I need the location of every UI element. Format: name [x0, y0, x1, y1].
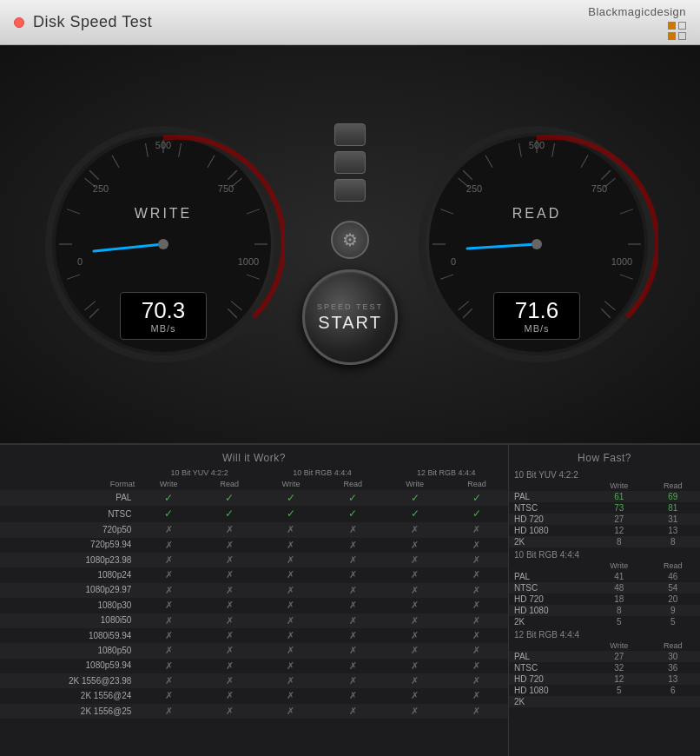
cross-icon: ✗: [411, 585, 419, 595]
wiw-cell: ✗: [199, 613, 261, 628]
wiw-format-name: NTSC: [0, 506, 138, 522]
wiw-cell: ✗: [446, 688, 508, 703]
check-icon: ✓: [411, 492, 419, 504]
wiw-cell: ✗: [321, 628, 384, 643]
wiw-format-name: 1080i59.94: [0, 628, 138, 643]
wiw-cell: ✗: [446, 522, 508, 537]
start-label-line2: START: [318, 313, 382, 333]
cross-icon: ✗: [226, 569, 234, 580]
cross-icon: ✗: [349, 540, 357, 550]
wiw-cell: ✓: [384, 506, 445, 522]
write-value: 70.3: [135, 298, 192, 323]
wiw-cell: ✓: [138, 506, 198, 522]
hf-read-val: 69: [645, 491, 700, 502]
hf-read-val: 13: [645, 673, 700, 685]
wiw-row: 1080p24✗✗✗✗✗✗: [0, 567, 508, 582]
hf-data-row: HD 7202731: [509, 514, 700, 525]
cross-icon: ✗: [287, 645, 294, 655]
wiw-cell: ✗: [199, 628, 261, 643]
brand-sq-3: [668, 32, 676, 40]
read-gauge: 0 250 500 750 1000 READ 71.6 MB/s: [415, 123, 658, 366]
wiw-cell: ✗: [199, 553, 261, 567]
cross-icon: ✗: [165, 645, 173, 655]
cross-icon: ✗: [472, 554, 480, 565]
wiw-cell: ✗: [384, 583, 445, 598]
format-btn-2[interactable]: [334, 151, 366, 174]
hf-data-row: HD 7201213: [509, 673, 700, 685]
hf-format-name: NTSC: [509, 662, 592, 673]
hf-format-name: HD 1080: [509, 525, 592, 536]
wiw-row: 1080p23.98✗✗✗✗✗✗: [0, 553, 508, 567]
cross-icon: ✗: [472, 630, 480, 640]
format-btn-3[interactable]: [334, 179, 366, 202]
wiw-cell: ✗: [446, 553, 508, 567]
hf-write-val: [592, 696, 645, 707]
hf-sub-header-row: WriteRead: [509, 560, 700, 571]
svg-text:500: 500: [155, 140, 171, 150]
wiw-cell: ✗: [199, 522, 261, 537]
hf-read-val: 13: [645, 525, 700, 536]
wiw-cell: ✓: [199, 506, 261, 522]
title-bar: Disk Speed Test Blackmagicdesign: [0, 0, 700, 45]
cross-icon: ✗: [349, 630, 357, 640]
svg-text:750: 750: [591, 183, 607, 194]
wiw-group-headers: 10 Bit YUV 4:2:2 10 Bit RGB 4:4:4 12 Bit…: [0, 468, 508, 479]
wiw-cell: ✗: [138, 643, 198, 658]
cross-icon: ✗: [287, 585, 294, 595]
hf-data-row: HD 108089: [509, 605, 700, 616]
write-display: 70.3 MB/s: [120, 292, 207, 340]
wiw-cell: ✗: [446, 704, 508, 719]
title-bar-left: Disk Speed Test: [14, 13, 152, 31]
gauge-section: 0 250 500 750 1000 WRITE 70.3 MB/s ⚙ SPE…: [0, 45, 700, 445]
wiw-cell: ✗: [446, 538, 508, 553]
cross-icon: ✗: [411, 569, 419, 580]
wiw-cell: ✗: [261, 613, 321, 628]
wiw-cell: ✗: [384, 673, 445, 688]
hf-format-name: 2K: [509, 696, 592, 707]
cross-icon: ✗: [165, 690, 173, 700]
wiw-cell: ✗: [138, 659, 198, 673]
start-button[interactable]: SPEED TEST START: [302, 269, 398, 365]
wiw-cell: ✗: [384, 613, 445, 628]
cross-icon: ✗: [165, 540, 173, 550]
brand-logo: Blackmagicdesign: [588, 5, 686, 40]
cross-icon: ✗: [226, 690, 234, 700]
cross-icon: ✗: [472, 706, 480, 716]
cross-icon: ✗: [349, 615, 357, 626]
cross-icon: ✗: [411, 706, 419, 716]
cross-icon: ✗: [165, 569, 173, 580]
wiw-cell: ✗: [138, 688, 198, 703]
hf-read-val: 81: [645, 502, 700, 514]
close-button[interactable]: [14, 17, 24, 28]
wiw-cell: ✗: [446, 567, 508, 582]
wiw-row: 1080i59.94✗✗✗✗✗✗: [0, 628, 508, 643]
cross-icon: ✗: [472, 600, 480, 610]
check-icon: ✓: [348, 492, 357, 504]
hf-write-val: 8: [592, 605, 645, 616]
hf-data-row: NTSC3236: [509, 662, 700, 673]
wiw-row: 1080p50✗✗✗✗✗✗: [0, 643, 508, 658]
svg-text:0: 0: [451, 256, 456, 267]
wiw-format-name: 1080p30: [0, 598, 138, 613]
wiw-cell: ✗: [446, 659, 508, 673]
wiw-row: 1080p59.94✗✗✗✗✗✗: [0, 659, 508, 673]
wiw-row: 2K 1556@23.98✗✗✗✗✗✗: [0, 673, 508, 688]
wiw-th-rgb12: 12 Bit RGB 4:4:4: [384, 468, 508, 479]
hf-format-name: HD 720: [509, 673, 592, 685]
wiw-cell: ✓: [261, 506, 321, 522]
cross-icon: ✗: [226, 675, 234, 686]
cross-icon: ✗: [165, 615, 173, 626]
wiw-th-w3: Write: [384, 479, 445, 490]
cross-icon: ✗: [472, 540, 480, 550]
settings-button[interactable]: ⚙: [331, 221, 369, 259]
wiw-format-name: 2K 1556@23.98: [0, 673, 138, 688]
wiw-cell: ✗: [321, 704, 384, 719]
hf-format-name: PAL: [509, 491, 592, 502]
hf-group-header-row: 10 Bit YUV 4:2:2: [509, 468, 700, 481]
check-icon: ✓: [225, 492, 234, 504]
format-btn-1[interactable]: [334, 123, 366, 146]
cross-icon: ✗: [472, 675, 480, 686]
wiw-cell: ✗: [321, 659, 384, 673]
cross-icon: ✗: [165, 660, 173, 671]
how-fast-table: 10 Bit YUV 4:2:2WriteReadPAL6169NTSC7381…: [509, 468, 700, 707]
